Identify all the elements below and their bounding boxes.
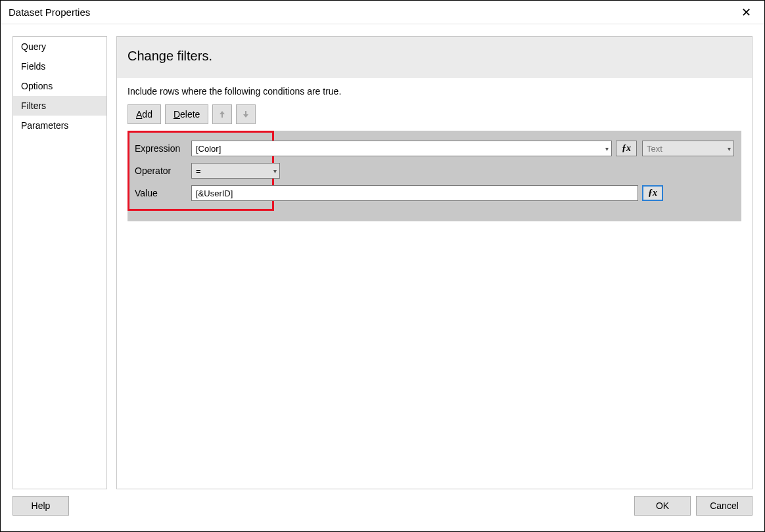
expression-label: Expression bbox=[135, 143, 187, 154]
main-panel: Change filters. Include rows where the f… bbox=[116, 36, 753, 489]
sidenav-item-query[interactable]: Query bbox=[13, 37, 106, 56]
close-icon[interactable]: ✕ bbox=[736, 3, 756, 22]
data-type-select[interactable]: Text ▾ bbox=[642, 141, 734, 156]
arrow-up-icon bbox=[218, 110, 227, 119]
panel-body: Include rows where the following conditi… bbox=[117, 78, 752, 489]
chevron-down-icon: ▾ bbox=[728, 145, 731, 152]
help-button[interactable]: Help bbox=[12, 496, 69, 516]
window-title: Dataset Properties bbox=[9, 7, 90, 18]
filter-definition-panel: Expression [Color] ▾ ƒx Text ▾ bbox=[128, 131, 741, 221]
titlebar: Dataset Properties ✕ bbox=[1, 1, 764, 24]
value-textbox[interactable]: [&UserID] bbox=[191, 185, 638, 201]
expression-value: [Color] bbox=[196, 144, 221, 154]
move-down-button[interactable] bbox=[236, 104, 256, 124]
content-area: Query Fields Options Filters Parameters … bbox=[1, 24, 764, 489]
arrow-down-icon bbox=[241, 110, 250, 119]
ok-button[interactable]: OK bbox=[634, 496, 691, 516]
sidenav-item-options[interactable]: Options bbox=[13, 76, 106, 96]
chevron-down-icon: ▾ bbox=[605, 145, 609, 152]
sidenav-item-filters[interactable]: Filters bbox=[13, 96, 106, 116]
operator-select[interactable]: = ▾ bbox=[191, 163, 280, 179]
empty-area bbox=[128, 221, 741, 489]
cancel-button[interactable]: Cancel bbox=[696, 496, 753, 516]
value-fx-button[interactable]: ƒx bbox=[642, 185, 663, 201]
operator-value: = bbox=[196, 166, 201, 176]
sidenav-item-fields[interactable]: Fields bbox=[13, 56, 106, 76]
dialog-footer: Help OK Cancel bbox=[1, 489, 764, 531]
side-navigation: Query Fields Options Filters Parameters bbox=[12, 36, 107, 489]
move-up-button[interactable] bbox=[212, 104, 232, 124]
data-type-value: Text bbox=[647, 144, 662, 154]
dialog-window: Dataset Properties ✕ Query Fields Option… bbox=[0, 0, 765, 532]
expression-fx-button[interactable]: ƒx bbox=[616, 141, 637, 156]
instruction-text: Include rows where the following conditi… bbox=[128, 86, 741, 97]
operator-label: Operator bbox=[135, 166, 187, 176]
add-button[interactable]: Add bbox=[128, 104, 161, 124]
expression-combo[interactable]: [Color] ▾ bbox=[191, 141, 612, 156]
delete-button[interactable]: Delete bbox=[165, 104, 208, 124]
panel-heading: Change filters. bbox=[117, 37, 752, 78]
sidenav-item-parameters[interactable]: Parameters bbox=[13, 116, 106, 135]
value-value: [&UserID] bbox=[196, 188, 233, 198]
chevron-down-icon: ▾ bbox=[273, 167, 277, 175]
toolbar: Add Delete bbox=[128, 104, 741, 124]
value-label: Value bbox=[135, 188, 187, 198]
